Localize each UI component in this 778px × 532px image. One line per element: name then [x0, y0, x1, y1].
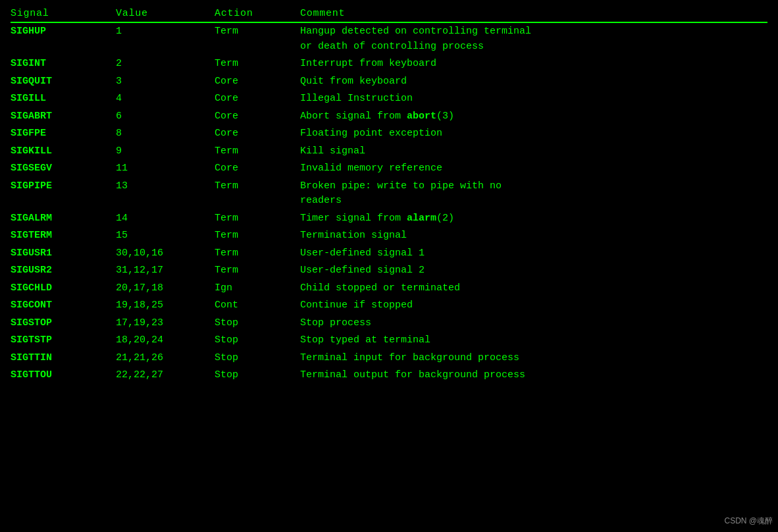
cell-comment: Stop typed at terminal: [300, 332, 767, 350]
table-row: SIGILL4CoreIllegal Instruction: [11, 90, 767, 108]
table-header: Signal Value Action Comment: [11, 5, 767, 22]
table-row: SIGABRT6CoreAbort signal from abort(3): [11, 108, 767, 126]
cell-signal: SIGKILL: [11, 143, 116, 161]
cell-comment: Interrupt from keyboard: [300, 55, 767, 73]
cell-comment: Timer signal from alarm(2): [300, 210, 767, 228]
table-row: SIGSEGV11CoreInvalid memory reference: [11, 160, 767, 178]
cell-signal: SIGINT: [11, 55, 116, 73]
cell-comment: Child stopped or terminated: [300, 280, 767, 298]
cell-value: 17,19,23: [116, 315, 215, 332]
cell-comment: Invalid memory reference: [300, 160, 767, 178]
cell-signal: SIGFPE: [11, 125, 116, 143]
cell-comment: Terminal input for background process: [300, 350, 767, 367]
cell-action: Term: [215, 143, 300, 161]
cell-value: 9: [116, 143, 215, 161]
cell-action: Core: [215, 125, 300, 143]
header-value: Value: [116, 5, 215, 22]
cell-signal: SIGTTIN: [11, 350, 116, 367]
cell-comment: Hangup detected on controlling terminalo…: [300, 22, 767, 55]
cell-action: Term: [215, 178, 300, 210]
cell-action: Term: [215, 227, 300, 245]
cell-signal: SIGSEGV: [11, 160, 116, 178]
table-row: SIGINT2TermInterrupt from keyboard: [11, 55, 767, 73]
cell-action: Core: [215, 108, 300, 126]
cell-action: Core: [215, 73, 300, 91]
cell-value: 14: [116, 210, 215, 228]
cell-signal: SIGCHLD: [11, 280, 116, 298]
cell-action: Stop: [215, 350, 300, 367]
cell-comment: Stop process: [300, 315, 767, 332]
cell-action: Ign: [215, 280, 300, 298]
table-row: SIGHUP1TermHangup detected on controllin…: [11, 22, 767, 55]
table-row: SIGQUIT3CoreQuit from keyboard: [11, 73, 767, 91]
cell-value: 8: [116, 125, 215, 143]
table-row: SIGUSR130,10,16TermUser-defined signal 1: [11, 245, 767, 263]
cell-comment: Illegal Instruction: [300, 90, 767, 108]
table-row: SIGSTOP17,19,23StopStop process: [11, 315, 767, 332]
cell-comment: Quit from keyboard: [300, 73, 767, 91]
header-row: Signal Value Action Comment: [11, 5, 767, 22]
cell-signal: SIGALRM: [11, 210, 116, 228]
cell-action: Term: [215, 245, 300, 263]
cell-comment: Continue if stopped: [300, 297, 767, 315]
cell-signal: SIGABRT: [11, 108, 116, 126]
cell-comment: User-defined signal 1: [300, 245, 767, 263]
cell-action: Cont: [215, 297, 300, 315]
cell-action: Stop: [215, 332, 300, 350]
cell-value: 30,10,16: [116, 245, 215, 263]
cell-signal: SIGSTOP: [11, 315, 116, 332]
cell-comment: Floating point exception: [300, 125, 767, 143]
table-row: SIGCONT19,18,25ContContinue if stopped: [11, 297, 767, 315]
table-row: SIGCHLD20,17,18IgnChild stopped or termi…: [11, 280, 767, 298]
cell-signal: SIGHUP: [11, 22, 116, 55]
table-row: SIGUSR231,12,17TermUser-defined signal 2: [11, 262, 767, 280]
table-row: SIGFPE8CoreFloating point exception: [11, 125, 767, 143]
cell-signal: SIGPIPE: [11, 178, 116, 210]
cell-value: 11: [116, 160, 215, 178]
cell-comment: Abort signal from abort(3): [300, 108, 767, 126]
cell-comment: User-defined signal 2: [300, 262, 767, 280]
header-comment: Comment: [300, 5, 767, 22]
header-signal: Signal: [11, 5, 116, 22]
table-row: SIGTTOU22,22,27StopTerminal output for b…: [11, 367, 767, 385]
cell-action: Term: [215, 22, 300, 55]
cell-comment: Broken pipe: write to pipe with noreader…: [300, 178, 767, 210]
table-row: SIGPIPE13TermBroken pipe: write to pipe …: [11, 178, 767, 210]
table-row: SIGTTIN21,21,26StopTerminal input for ba…: [11, 350, 767, 367]
table-row: SIGTSTP18,20,24StopStop typed at termina…: [11, 332, 767, 350]
cell-value: 22,22,27: [116, 367, 215, 385]
signal-table-container: Signal Value Action Comment SIGHUP1TermH…: [11, 5, 767, 385]
cell-action: Core: [215, 160, 300, 178]
signal-table: Signal Value Action Comment SIGHUP1TermH…: [11, 5, 767, 385]
cell-action: Term: [215, 55, 300, 73]
cell-action: Term: [215, 262, 300, 280]
table-row: SIGTERM15TermTermination signal: [11, 227, 767, 245]
cell-comment: Terminal output for background process: [300, 367, 767, 385]
cell-value: 4: [116, 90, 215, 108]
cell-value: 20,17,18: [116, 280, 215, 298]
table-body: SIGHUP1TermHangup detected on controllin…: [11, 22, 767, 385]
table-row: SIGKILL9TermKill signal: [11, 143, 767, 161]
table-row: SIGALRM14TermTimer signal from alarm(2): [11, 210, 767, 228]
cell-signal: SIGILL: [11, 90, 116, 108]
cell-value: 6: [116, 108, 215, 126]
cell-action: Stop: [215, 367, 300, 385]
cell-value: 3: [116, 73, 215, 91]
cell-signal: SIGQUIT: [11, 73, 116, 91]
cell-value: 18,20,24: [116, 332, 215, 350]
cell-comment: Kill signal: [300, 143, 767, 161]
cell-action: Stop: [215, 315, 300, 332]
cell-signal: SIGTERM: [11, 227, 116, 245]
header-action: Action: [215, 5, 300, 22]
cell-value: 31,12,17: [116, 262, 215, 280]
cell-value: 15: [116, 227, 215, 245]
cell-value: 2: [116, 55, 215, 73]
cell-signal: SIGTSTP: [11, 332, 116, 350]
cell-signal: SIGUSR1: [11, 245, 116, 263]
cell-action: Term: [215, 210, 300, 228]
cell-value: 21,21,26: [116, 350, 215, 367]
cell-signal: SIGUSR2: [11, 262, 116, 280]
watermark-label: CSDN @魂醉: [724, 516, 773, 527]
cell-comment: Termination signal: [300, 227, 767, 245]
cell-signal: SIGCONT: [11, 297, 116, 315]
